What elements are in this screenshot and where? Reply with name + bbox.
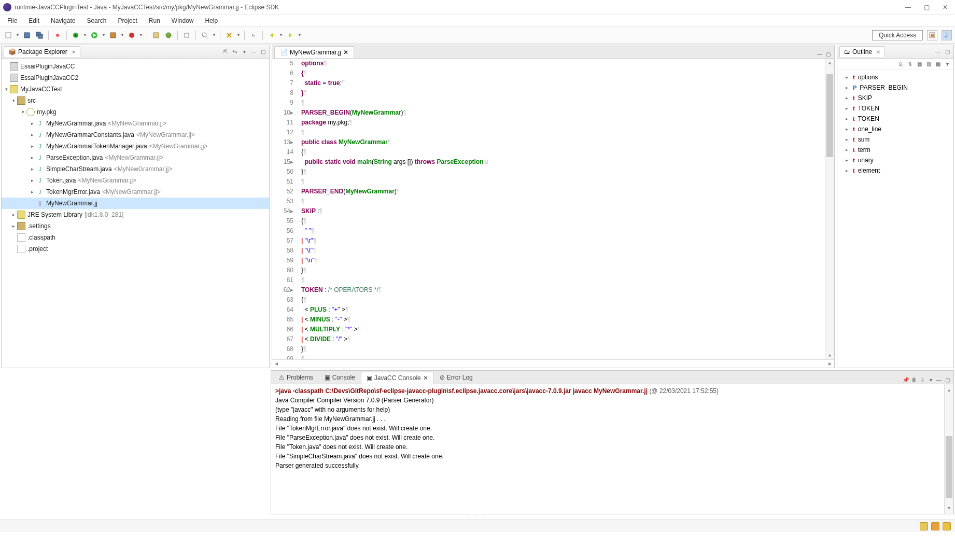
outline-item[interactable]: ▸tone_line [837,124,953,134]
expand-twist-icon[interactable]: ▸ [29,166,36,172]
editor-body[interactable]: 5678910▸111213▸1415▸5051525354▸555657585… [272,59,834,359]
close-icon[interactable]: ✕ [72,49,76,55]
tree-node[interactable]: .classpath [2,232,269,243]
minimize-button[interactable]: — [904,4,911,11]
expand-twist-icon[interactable]: ▸ [844,168,850,173]
scroll-thumb[interactable] [946,436,952,498]
menu-project[interactable]: Project [113,16,142,26]
outline-item[interactable]: ▸PPARSER_BEGIN [837,82,953,93]
outline-item[interactable]: ▸telement [837,165,953,176]
menu-run[interactable]: Run [144,16,165,26]
expand-twist-icon[interactable]: ▸ [844,95,850,101]
menu-navigate[interactable]: Navigate [46,16,80,26]
scroll-up-icon[interactable]: ▴ [825,60,834,65]
scroll-up-icon[interactable]: ▴ [945,385,953,395]
minimize-view-button[interactable]: — [934,48,942,56]
run-button[interactable] [89,30,100,40]
clear-button[interactable]: 🗑 [910,375,918,384]
tree-node[interactable]: jjMyNewGrammar.jj [2,198,269,209]
expand-twist-icon[interactable]: ▸ [844,147,850,152]
tree-node[interactable]: ▸JMyNewGrammar.java<MyNewGrammar.jj> [2,118,269,129]
expand-twist-icon[interactable]: ▸ [844,158,850,163]
tree-node[interactable]: ▸JTokenMgrError.java<MyNewGrammar.jj> [2,186,269,198]
scroll-down-icon[interactable]: ▾ [825,353,834,358]
expand-twist-icon[interactable]: ▾ [19,109,26,115]
quick-access-field[interactable]: Quick Access [872,30,923,40]
expand-twist-icon[interactable]: ▸ [29,144,36,149]
collapse-all-button[interactable]: ⇱ [221,48,230,56]
sash-grip[interactable]: ⋮⋮⋮ [0,515,955,520]
console-scrollbar[interactable]: ▴ ▾ [944,384,953,514]
outline-item[interactable]: ▸tSKIP [837,93,953,103]
hide-static-button[interactable]: ▨ [924,60,933,68]
new-class-button[interactable] [163,30,174,40]
tree-node[interactable]: ▸JRE System Library[jdk1.8.0_281] [2,209,269,220]
outline-item[interactable]: ▸toptions [837,72,953,82]
menu-help[interactable]: Help [200,16,223,26]
overview-ruler[interactable]: ▴ ▾ [825,59,834,359]
scroll-lock-button[interactable]: ⇩ [918,375,926,384]
sort-button[interactable]: ⇅ [906,60,914,68]
mark-dropdown[interactable]: ▾ [236,30,241,40]
expand-twist-icon[interactable]: ▸ [29,189,36,194]
forward-dropdown[interactable]: ▾ [298,30,302,40]
skip-breakpoints-button[interactable] [52,30,63,40]
outline-item[interactable]: ▸tTOKEN [837,103,953,114]
close-icon[interactable]: ✕ [423,374,428,382]
external-tools-dropdown[interactable]: ▾ [139,30,143,40]
expand-twist-icon[interactable]: ▸ [29,155,36,160]
tree-node[interactable]: ▸.settings [2,220,269,232]
package-explorer-tab[interactable]: 📦 Package Explorer ✕ [4,46,80,57]
coverage-button[interactable] [108,30,118,40]
maximize-button[interactable]: ▢ [923,4,930,11]
bottom-tab-error-log[interactable]: ⊘Error Log [434,371,479,384]
maximize-view-button[interactable]: ▢ [943,48,951,56]
hscroll-left-icon[interactable]: ◂ [272,360,280,368]
tree-node[interactable]: ▸JParseException.java<MyNewGrammar.jj> [2,152,269,163]
expand-twist-icon[interactable]: ▸ [29,178,36,183]
search-dropdown[interactable]: ▾ [212,30,216,40]
code-area[interactable]: options¶{¶··static = true;¶}¶¶PARSER_BEG… [298,59,825,359]
tree-node[interactable]: ▸JToken.java<MyNewGrammar.jj> [2,175,269,186]
menu-search[interactable]: Search [81,16,111,26]
bottom-tab-problems[interactable]: ⚠Problems [273,371,319,384]
focus-button[interactable]: ⊙ [896,60,905,68]
expand-twist-icon[interactable]: ▸ [844,116,850,121]
minimize-editor-button[interactable]: — [816,50,824,58]
close-icon[interactable]: ✕ [876,49,880,55]
scroll-thumb[interactable] [826,74,833,157]
console-body[interactable]: >java -classpath C:\Devs\GitRepo\sf-ecli… [271,384,953,514]
expand-twist-icon[interactable]: ▸ [29,121,36,126]
status-icon-2[interactable] [931,522,939,530]
new-dropdown[interactable]: ▾ [16,30,20,40]
expand-twist-icon[interactable]: ▾ [10,98,17,103]
expand-twist-icon[interactable]: ▸ [10,212,17,217]
outline-item[interactable]: ▸tunary [837,155,953,165]
view-menu-button[interactable]: ▾ [926,375,935,384]
expand-twist-icon[interactable]: ▸ [844,75,850,80]
external-tools-button[interactable] [127,30,137,40]
tree-node[interactable]: ▾my.pkg [2,106,269,118]
view-menu-button[interactable]: ▾ [943,60,951,68]
toggle-mark-button[interactable] [224,30,234,40]
line-number-gutter[interactable]: 5678910▸111213▸1415▸5051525354▸555657585… [272,59,298,359]
status-icon-1[interactable] [920,522,928,530]
bottom-tab-javacc-console[interactable]: ▣JavaCC Console✕ [361,372,434,384]
maximize-button[interactable]: ▢ [943,375,951,384]
minimize-view-button[interactable]: — [249,48,258,56]
outline-item[interactable]: ▸tTOKEN [837,114,953,124]
menu-file[interactable]: File [2,16,22,26]
expand-twist-icon[interactable]: ▸ [844,85,850,90]
expand-twist-icon[interactable]: ▸ [844,127,850,132]
maximize-view-button[interactable]: ▢ [259,48,267,56]
expand-twist-icon[interactable]: ▸ [29,132,36,137]
tree-node[interactable]: ▾MyJavaCCTest [2,83,269,95]
close-button[interactable]: ✕ [942,4,949,11]
bottom-tab-console[interactable]: ▣Console [319,371,361,384]
expand-twist-icon[interactable]: ▸ [10,223,17,229]
link-editor-button[interactable]: ⇆ [231,48,239,56]
outline-tree[interactable]: ▸toptions▸PPARSER_BEGIN▸tSKIP▸tTOKEN▸tTO… [837,70,953,178]
outline-tab[interactable]: 🗂 Outline ✕ [839,46,885,57]
expand-twist-icon[interactable]: ▸ [844,137,850,142]
java-perspective-button[interactable]: J [942,30,952,40]
